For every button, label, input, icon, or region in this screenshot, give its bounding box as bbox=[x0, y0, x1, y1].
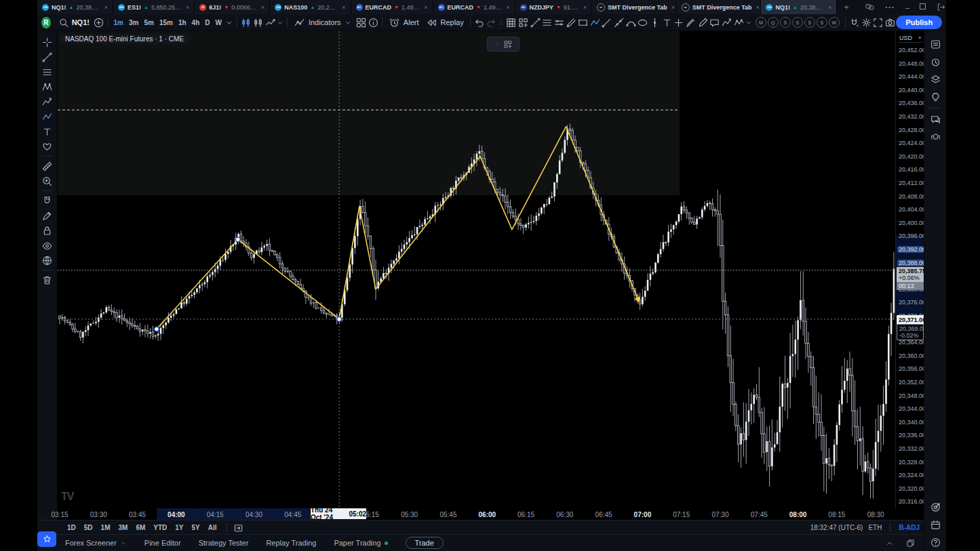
more-options-icon[interactable]: ••• bbox=[885, 4, 895, 10]
ruler-tool[interactable] bbox=[39, 159, 56, 174]
style-menu-icon[interactable] bbox=[276, 15, 284, 30]
sidebar-alerts-icon[interactable] bbox=[926, 53, 944, 70]
curve-fav-icon[interactable] bbox=[625, 15, 637, 30]
drag-handle-icon[interactable] bbox=[494, 39, 501, 49]
zigzag-tool[interactable] bbox=[39, 109, 56, 124]
info-circle-icon[interactable] bbox=[367, 15, 379, 30]
time-axis[interactable]: 03:1503:3003:4504:0004:1504:3004:4505:00… bbox=[58, 508, 924, 520]
close-tab-icon[interactable]: × bbox=[756, 4, 760, 11]
xabcd-pattern-tool[interactable] bbox=[39, 79, 56, 94]
session-label[interactable]: ETH bbox=[868, 524, 882, 531]
preset-w-button[interactable]: W bbox=[829, 17, 840, 28]
settings-gear-icon[interactable] bbox=[860, 15, 872, 30]
collapse-panel-icon[interactable] bbox=[884, 538, 895, 548]
snapshot-camera-icon[interactable] bbox=[884, 15, 897, 30]
symbol-tab[interactable]: ECEURCAD▼1.49912× bbox=[433, 0, 515, 14]
preset-m-button[interactable]: M bbox=[756, 17, 766, 28]
restore-panel-icon[interactable] bbox=[905, 538, 916, 548]
cross-fav-icon[interactable] bbox=[673, 15, 685, 30]
sidebar-streams-icon[interactable] bbox=[926, 128, 944, 146]
sidebar-chat-icon[interactable] bbox=[926, 110, 944, 128]
panel-tab-pine-editor[interactable]: Pine Editor bbox=[144, 539, 181, 547]
sidebar-help-icon[interactable] bbox=[926, 533, 944, 551]
layout-grid-icon[interactable] bbox=[355, 15, 368, 30]
sidebar-object-tree-icon[interactable] bbox=[926, 70, 944, 88]
multi-monitor-icon[interactable] bbox=[865, 2, 875, 12]
timeframe-button-5m[interactable]: 5m bbox=[141, 19, 156, 26]
trash-tool[interactable] bbox=[39, 272, 56, 287]
preset-s-button[interactable]: S bbox=[804, 17, 815, 28]
alert-button[interactable]: Alert bbox=[385, 14, 423, 30]
panel-tab-replay-trading[interactable]: Replay Trading bbox=[266, 539, 316, 547]
price-axis[interactable]: 20,452.0020,448.0020,444.0020,440.0020,4… bbox=[895, 31, 924, 508]
fib-retracement-tool[interactable] bbox=[39, 64, 56, 79]
symbol-tab[interactable]: 500ES1!▲5,850.25 +0.× bbox=[113, 0, 195, 14]
range-6m-button[interactable]: 6M bbox=[132, 524, 149, 531]
symbol-tab[interactable]: tvSMT Divergence Tab× bbox=[592, 0, 677, 14]
symbol-search[interactable]: NQ1! bbox=[55, 14, 93, 30]
undo-icon[interactable] bbox=[473, 15, 486, 30]
floating-mini-toolbar[interactable] bbox=[487, 37, 520, 52]
close-tab-icon[interactable]: × bbox=[506, 4, 509, 11]
close-tab-icon[interactable]: × bbox=[342, 4, 345, 11]
grid-tool-icon[interactable] bbox=[505, 15, 517, 30]
symbol-tab[interactable]: 100NAS100▲20,248.3× bbox=[270, 0, 351, 14]
timeframe-menu-icon[interactable] bbox=[224, 15, 234, 30]
range-ytd-button[interactable]: YTD bbox=[149, 524, 171, 531]
drawing-mode-tool[interactable] bbox=[39, 208, 56, 223]
preset-s-button[interactable]: S bbox=[780, 17, 791, 28]
symbol-tab[interactable]: ECEURCAD▼1.49912× bbox=[351, 0, 433, 14]
close-tab-icon[interactable]: × bbox=[671, 4, 675, 11]
add-to-layout-icon[interactable] bbox=[503, 39, 513, 49]
close-tab-icon[interactable]: × bbox=[424, 4, 427, 11]
panel-tab-strategy-tester[interactable]: Strategy Tester bbox=[199, 539, 249, 547]
channel-fav-icon[interactable] bbox=[565, 15, 577, 30]
redo-icon[interactable] bbox=[485, 15, 497, 30]
forecast-tool[interactable] bbox=[39, 94, 56, 109]
lock-all-tool[interactable] bbox=[39, 223, 56, 238]
comment-fav-icon[interactable] bbox=[709, 15, 721, 30]
preset-q-button[interactable]: Q bbox=[768, 17, 779, 28]
trend-line-fav-icon[interactable] bbox=[529, 15, 541, 30]
user-avatar[interactable]: R bbox=[41, 17, 51, 28]
exit-icon[interactable] bbox=[936, 2, 946, 12]
pen-fav-icon[interactable] bbox=[697, 15, 709, 30]
clock[interactable]: 18:32:47 (UTC-6) bbox=[810, 524, 863, 531]
preset-s-button[interactable]: S bbox=[817, 17, 827, 28]
pattern-fav-icon[interactable] bbox=[732, 15, 745, 30]
text-fav-icon[interactable] bbox=[661, 15, 673, 30]
crosshair-tool[interactable] bbox=[39, 35, 56, 49]
range-5y-button[interactable]: 5Y bbox=[188, 524, 204, 531]
go-to-date-icon[interactable] bbox=[233, 520, 245, 535]
range-all-button[interactable]: All bbox=[204, 524, 221, 531]
symbol-tab[interactable]: JP6J1!▼0.0066235× bbox=[195, 0, 270, 14]
chart-style-icon[interactable] bbox=[240, 15, 252, 30]
trade-button[interactable]: Trade bbox=[406, 537, 444, 549]
range-1m-button[interactable]: 1M bbox=[97, 524, 115, 531]
chart-pane[interactable] bbox=[58, 31, 895, 508]
panel-tab-paper-trading[interactable]: Paper Trading bbox=[334, 539, 387, 547]
fullscreen-icon[interactable] bbox=[872, 15, 884, 30]
chart-style-alt-icon[interactable] bbox=[252, 15, 264, 30]
magnet-tool[interactable] bbox=[39, 193, 56, 208]
favorites-star-button[interactable] bbox=[37, 531, 56, 547]
magic-magnet-icon[interactable] bbox=[848, 15, 861, 30]
text-tool[interactable] bbox=[39, 124, 56, 139]
sidebar-calendar-icon[interactable] bbox=[926, 516, 944, 533]
range-1y-button[interactable]: 1Y bbox=[171, 524, 187, 531]
grid-plus-tool-icon[interactable] bbox=[517, 15, 530, 30]
range-3m-button[interactable]: 3M bbox=[115, 524, 132, 531]
publish-button[interactable]: Publish bbox=[896, 16, 942, 29]
close-tab-icon[interactable]: × bbox=[186, 4, 189, 11]
preset-s-button[interactable]: S bbox=[792, 17, 803, 28]
path-fav-icon[interactable] bbox=[721, 15, 733, 30]
new-tab-button[interactable]: + bbox=[837, 0, 855, 14]
close-tab-icon[interactable]: × bbox=[828, 4, 831, 11]
brush-fav-icon[interactable] bbox=[685, 15, 697, 30]
symbol-tab[interactable]: 100NQ1!▲20,385.75× bbox=[761, 0, 837, 14]
sidebar-ideas-icon[interactable] bbox=[926, 88, 944, 106]
minimize-button[interactable]: – bbox=[905, 3, 909, 12]
ray-fav-icon[interactable] bbox=[601, 15, 613, 30]
globe-tool[interactable] bbox=[39, 253, 56, 268]
timeframe-button-15m[interactable]: 15m bbox=[157, 19, 176, 26]
